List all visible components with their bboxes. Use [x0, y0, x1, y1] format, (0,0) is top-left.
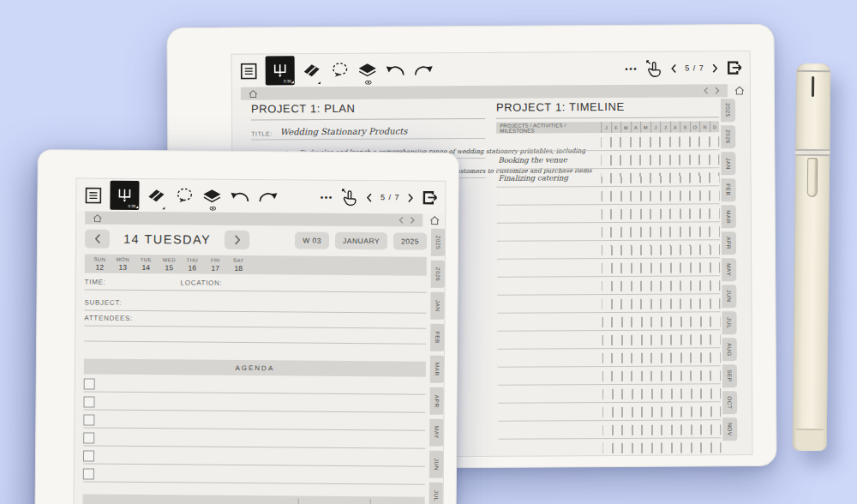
- undo-icon[interactable]: [230, 182, 249, 211]
- side-tab[interactable]: FEB: [722, 178, 736, 201]
- toolbar-left-group: 0.30: [85, 181, 278, 212]
- home-icon[interactable]: [429, 216, 440, 225]
- side-tab[interactable]: OCT: [722, 391, 737, 414]
- side-tab[interactable]: JUN: [722, 285, 736, 308]
- weekday-name: SUN: [93, 256, 105, 261]
- nav-next-icon[interactable]: [410, 216, 415, 224]
- timeline-row-month-ticks: [602, 316, 721, 327]
- timeline-row-month-ticks: [602, 298, 720, 309]
- layer-visibility-icon: [209, 207, 216, 211]
- timeline-month-columns: JFMAMJJASOND: [601, 121, 719, 133]
- undo-icon[interactable]: [386, 55, 405, 84]
- month-column-header: D: [710, 121, 720, 132]
- timeline-row-handwritten-label: Finalizing catering: [498, 173, 567, 182]
- redo-icon[interactable]: [414, 55, 434, 84]
- nav-prev-icon[interactable]: [704, 87, 709, 94]
- pen-size-label: 0.30: [129, 204, 136, 208]
- agenda-row: [83, 465, 425, 485]
- month-column-header: M: [620, 122, 631, 133]
- month-column-header: N: [699, 121, 710, 132]
- agenda-checkbox[interactable]: [83, 468, 94, 479]
- side-tab[interactable]: APR: [429, 387, 444, 415]
- agenda-checkbox[interactable]: [84, 378, 95, 389]
- side-tab[interactable]: SEP: [722, 364, 737, 387]
- menu-icon[interactable]: [241, 57, 257, 86]
- home-icon[interactable]: [249, 89, 258, 98]
- page-next-icon[interactable]: [407, 183, 413, 212]
- pen-tip: [796, 429, 824, 451]
- side-tab[interactable]: AUG: [722, 338, 737, 361]
- week-number-badge[interactable]: W 03: [295, 231, 329, 249]
- nav-next-icon[interactable]: [715, 87, 720, 94]
- side-tab[interactable]: JAN: [721, 152, 735, 175]
- side-tab[interactable]: 2026: [721, 125, 735, 148]
- time-location-row: TIME: LOCATION:: [85, 268, 427, 293]
- page-next-icon[interactable]: [712, 53, 718, 82]
- more-options-icon[interactable]: •••: [625, 54, 638, 83]
- corner-mark: [318, 81, 321, 84]
- layer-visibility-icon: [365, 81, 372, 85]
- lasso-select-icon[interactable]: [174, 181, 194, 210]
- page-prev-icon[interactable]: [671, 54, 677, 83]
- agenda-checkbox[interactable]: [83, 414, 94, 425]
- touch-gesture-icon[interactable]: [645, 54, 663, 83]
- date-title: 14 TUESDAY: [123, 232, 211, 247]
- exit-icon[interactable]: [421, 183, 438, 213]
- prev-day-icon[interactable]: [85, 230, 110, 249]
- more-options-icon[interactable]: •••: [321, 183, 333, 212]
- side-tab[interactable]: JUL: [429, 483, 444, 504]
- side-tab[interactable]: 2025: [721, 99, 735, 122]
- side-tab[interactable]: JUL: [722, 311, 736, 334]
- timeline-row: [497, 204, 720, 224]
- side-tab[interactable]: JAN: [430, 292, 445, 320]
- layers-icon[interactable]: [358, 56, 377, 85]
- toolbar: 0.30: [76, 178, 445, 213]
- pen-tool-icon[interactable]: 0.30: [266, 56, 295, 85]
- agenda-checkbox[interactable]: [83, 432, 94, 443]
- pen-tool-icon[interactable]: 0.30: [110, 181, 139, 210]
- nav-prev-icon[interactable]: [399, 216, 404, 224]
- menu-icon[interactable]: [85, 181, 101, 210]
- layers-icon[interactable]: [202, 182, 221, 211]
- subject-row: SUBJECT:: [84, 291, 426, 314]
- agenda-checkbox[interactable]: [83, 396, 94, 407]
- agenda-checkbox[interactable]: [83, 450, 94, 461]
- timeline-row: [498, 438, 721, 458]
- home-icon[interactable]: [93, 213, 102, 222]
- eraser-icon[interactable]: [147, 181, 165, 210]
- corner-mark: [291, 81, 294, 83]
- side-tab[interactable]: JUN: [429, 451, 444, 478]
- timeline-row-month-ticks: [602, 442, 721, 453]
- side-tab[interactable]: FEB: [430, 324, 445, 351]
- year-badge[interactable]: 2025: [393, 232, 427, 249]
- timeline-row-month-ticks: [602, 352, 721, 363]
- side-tab[interactable]: MAY: [722, 258, 736, 281]
- touch-gesture-icon[interactable]: [341, 183, 359, 212]
- home-icon[interactable]: [734, 86, 745, 95]
- month-column-header: A: [631, 122, 641, 133]
- side-tabs: 20252026JANFEBMARAPRMAYJUNJULAUGSEPOCTNO…: [721, 99, 737, 441]
- pen-clip: [807, 158, 818, 197]
- lasso-select-icon[interactable]: [330, 56, 350, 85]
- timeline-row: [496, 132, 719, 152]
- side-tab[interactable]: 2026: [431, 261, 446, 288]
- exit-icon[interactable]: [726, 53, 743, 82]
- side-tab[interactable]: APR: [722, 231, 736, 255]
- page-nav-bar: [232, 84, 750, 100]
- next-day-icon[interactable]: [225, 231, 249, 249]
- month-badge[interactable]: JANUARY: [335, 232, 387, 249]
- timeline-row: [497, 186, 720, 206]
- side-tab[interactable]: 2025: [431, 229, 446, 256]
- time-field-label: TIME:: [85, 279, 181, 287]
- eraser-icon[interactable]: [303, 56, 321, 85]
- timeline-row-handwritten-label: Booking the venue: [498, 155, 566, 164]
- page-prev-icon[interactable]: [367, 183, 373, 212]
- redo-icon[interactable]: [258, 182, 278, 211]
- side-tab[interactable]: NOV: [722, 417, 737, 441]
- timeline-row: [498, 366, 721, 386]
- side-tab[interactable]: MAR: [722, 205, 736, 228]
- daily-page-header: 14 TUESDAY W 03 JANUARY 2025: [85, 228, 427, 253]
- side-tab[interactable]: MAY: [429, 419, 444, 447]
- corner-mark: [135, 206, 138, 208]
- side-tab[interactable]: MAR: [430, 356, 445, 383]
